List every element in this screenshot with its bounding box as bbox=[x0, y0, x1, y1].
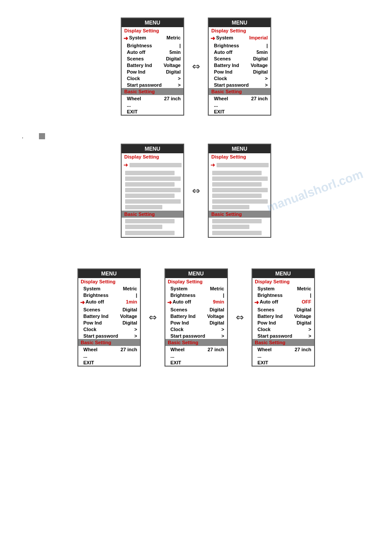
auto-off-row-3a: ➜ Auto off 1min bbox=[78, 298, 140, 306]
scenes-value-3b: Digital bbox=[210, 307, 224, 312]
auto-off-label-2: Auto off bbox=[214, 49, 256, 55]
auto-off-row-3b: ➜ Auto off 9min bbox=[165, 298, 227, 306]
menu-title-3c: MENU bbox=[252, 269, 314, 278]
start-password-value-3b: > bbox=[221, 333, 224, 339]
exit-label-3c[interactable]: EXIT bbox=[258, 360, 268, 365]
auto-off-row-3c: ➜ Auto off OFF bbox=[252, 298, 314, 306]
wheel-row-3a: Wheel 27 inch bbox=[78, 346, 140, 353]
menu-panel-metric: MENU Display Setting ➜ System Metric Bri… bbox=[121, 18, 184, 116]
start-password-row-2: Start password > bbox=[209, 81, 270, 88]
brightness-row-3c: Brightness | bbox=[252, 292, 314, 298]
wheel-row-3b: Wheel 27 inch bbox=[165, 346, 227, 353]
battery-ind-label-3b: Battery Ind bbox=[171, 314, 207, 319]
menu-title-blur-2: MENU bbox=[209, 145, 270, 153]
brightness-value-3c: | bbox=[310, 293, 311, 298]
dots-row-2: ... bbox=[209, 102, 270, 108]
battery-ind-row-3a: Battery Ind Voltage bbox=[78, 313, 140, 319]
exit-row-2[interactable]: EXIT bbox=[209, 108, 270, 115]
menu-title-2: MENU bbox=[209, 18, 270, 27]
dots-row-3a: ... bbox=[78, 353, 140, 359]
arrow-indicator-3b: ➜ bbox=[167, 299, 172, 306]
pow-ind-value-3a: Digital bbox=[122, 320, 137, 325]
clock-row-3b: Clock > bbox=[165, 326, 227, 332]
exit-row-1[interactable]: EXIT bbox=[122, 108, 183, 115]
exit-label-2[interactable]: EXIT bbox=[214, 109, 224, 114]
start-password-label-2: Start password bbox=[214, 82, 265, 88]
exit-row-3b[interactable]: EXIT bbox=[165, 359, 227, 366]
pow-ind-value-1: Digital bbox=[166, 69, 181, 74]
wheel-label-1: Wheel bbox=[127, 96, 164, 101]
display-setting-3a: Display Setting bbox=[78, 278, 140, 285]
system-value-3b: Metric bbox=[210, 286, 224, 291]
wheel-value-2: 27 inch bbox=[251, 96, 268, 101]
display-setting-2: Display Setting bbox=[209, 27, 270, 34]
clock-label-2: Clock bbox=[214, 76, 265, 81]
arrow-indicator-1: ➜ bbox=[123, 35, 128, 42]
auto-off-value-3c: OFF bbox=[302, 299, 312, 306]
exit-label-3b[interactable]: EXIT bbox=[171, 360, 181, 365]
arrow-indicator-3a: ➜ bbox=[80, 299, 85, 306]
battery-ind-label-2: Battery Ind bbox=[214, 63, 251, 68]
battery-ind-value-3c: Voltage bbox=[294, 314, 312, 319]
dots-row-3b: ... bbox=[165, 353, 227, 359]
basic-setting-2: Basic Setting bbox=[209, 88, 270, 95]
display-setting-1: Display Setting bbox=[122, 27, 183, 34]
scenes-label-3b: Scenes bbox=[171, 307, 210, 312]
scenes-row-1: Scenes Digital bbox=[122, 55, 183, 62]
pow-ind-label-3c: Pow Ind bbox=[258, 320, 297, 325]
brightness-label-3a: Brightness bbox=[84, 293, 136, 298]
clock-row-2: Clock > bbox=[209, 75, 270, 81]
wheel-value-3b: 27 inch bbox=[208, 347, 224, 352]
battery-ind-value-2: Voltage bbox=[251, 63, 268, 68]
battery-ind-label-3a: Battery Ind bbox=[84, 314, 120, 319]
start-password-value-1: > bbox=[178, 82, 181, 88]
exit-label-1[interactable]: EXIT bbox=[127, 109, 137, 114]
system-value-imperial: Imperial bbox=[249, 35, 268, 42]
exit-label-3a[interactable]: EXIT bbox=[84, 360, 94, 365]
brightness-row-2: Brightness | bbox=[209, 42, 270, 49]
battery-ind-label-3c: Battery Ind bbox=[258, 314, 294, 319]
basic-setting-3b: Basic Setting bbox=[165, 339, 227, 346]
scenes-value-3a: Digital bbox=[122, 307, 137, 312]
comma-indicator: , bbox=[22, 133, 23, 139]
basic-setting-1: Basic Setting bbox=[122, 88, 183, 95]
brightness-label-3b: Brightness bbox=[171, 293, 223, 298]
system-row-metric: ➜ System Metric bbox=[122, 34, 183, 42]
auto-off-label-3b: Auto off bbox=[173, 299, 213, 306]
brightness-label-3c: Brightness bbox=[258, 293, 310, 298]
system-label-3a: System bbox=[84, 286, 123, 291]
dots-3a: ... bbox=[84, 353, 88, 359]
clock-label-1: Clock bbox=[127, 76, 178, 81]
wheel-row-3c: Wheel 27 inch bbox=[252, 346, 314, 353]
exit-row-3a[interactable]: EXIT bbox=[78, 359, 140, 366]
battery-ind-value-1: Voltage bbox=[164, 63, 181, 68]
menu-title-3a: MENU bbox=[78, 269, 140, 278]
system-row-3c: System Metric bbox=[252, 285, 314, 292]
section1-row: MENU Display Setting ➜ System Metric Bri… bbox=[9, 18, 383, 116]
exit-row-3c[interactable]: EXIT bbox=[252, 359, 314, 366]
scenes-label-3a: Scenes bbox=[84, 307, 122, 312]
pow-ind-row-3a: Pow Ind Digital bbox=[78, 319, 140, 326]
pow-ind-row-2: Pow Ind Digital bbox=[209, 68, 270, 75]
mid-section-label: , bbox=[9, 133, 383, 139]
wheel-value-1: 27 inch bbox=[164, 96, 181, 101]
wheel-label-3b: Wheel bbox=[171, 347, 208, 352]
display-setting-3b: Display Setting bbox=[165, 278, 227, 285]
basic-setting-blur-1: Basic Setting bbox=[122, 211, 183, 218]
brightness-label-2: Brightness bbox=[214, 43, 266, 48]
menu-panel-imperial: MENU Display Setting ➜ System Imperial B… bbox=[208, 18, 271, 116]
dots-1: ... bbox=[127, 102, 131, 108]
scenes-row-3b: Scenes Digital bbox=[165, 306, 227, 313]
start-password-value-3c: > bbox=[308, 333, 311, 339]
system-row-3b: System Metric bbox=[165, 285, 227, 292]
dots-3b: ... bbox=[171, 353, 175, 359]
system-label-3c: System bbox=[258, 286, 298, 291]
basic-setting-3a: Basic Setting bbox=[78, 339, 140, 346]
battery-ind-label-1: Battery Ind bbox=[127, 63, 164, 68]
scenes-label-1: Scenes bbox=[127, 56, 166, 61]
menu-title-3b: MENU bbox=[165, 269, 227, 278]
system-value-3c: Metric bbox=[297, 286, 311, 291]
wheel-value-3c: 27 inch bbox=[295, 347, 312, 352]
system-value-3a: Metric bbox=[123, 286, 137, 291]
auto-off-value-1: 5min bbox=[169, 49, 181, 55]
